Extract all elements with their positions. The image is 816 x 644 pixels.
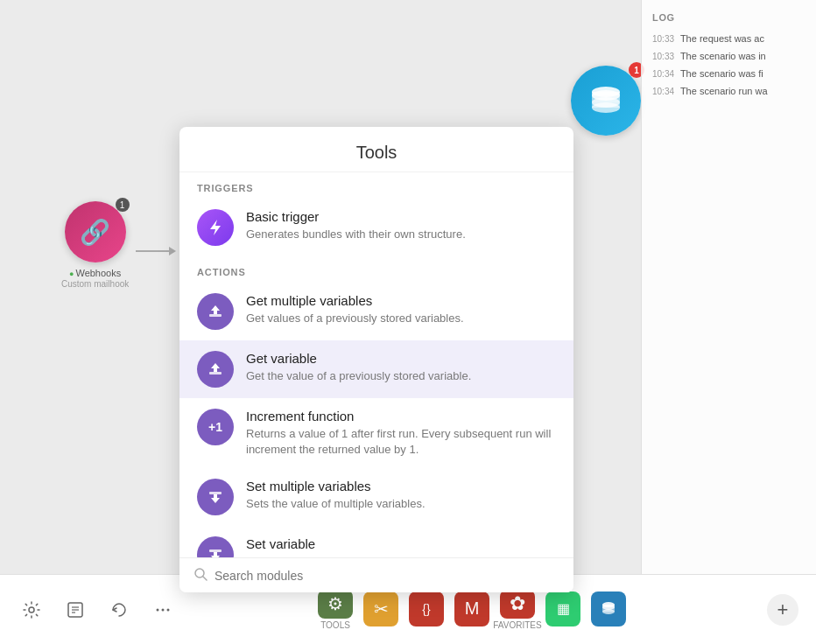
tools-modal: Tools TRIGGERS Basic trigger Generates b…	[179, 127, 573, 592]
svg-point-18	[29, 607, 34, 612]
db-circle: 1	[571, 66, 641, 136]
basic-trigger-icon	[197, 209, 234, 246]
integromat-app-img: {}	[409, 592, 444, 626]
log-text-1: The request was ac	[680, 33, 764, 44]
module-item-set-variable[interactable]: Set variable Sets the value of the varia…	[179, 526, 573, 557]
module-item-get-variable[interactable]: Get variable Get the value of a previous…	[179, 340, 573, 398]
download-multi-icon	[206, 487, 225, 507]
svg-point-6	[592, 102, 620, 113]
get-multiple-variables-desc: Get values of a previously stored variab…	[246, 311, 464, 326]
svg-line-17	[203, 577, 207, 580]
upload-icon	[206, 302, 225, 321]
search-icon	[193, 567, 208, 584]
actions-section-label: ACTIONS	[179, 256, 573, 283]
log-entry-2: 10:33 The scenario was in	[642, 47, 816, 65]
db-node[interactable]: 1	[571, 66, 641, 136]
lightning-icon	[206, 218, 225, 237]
webhook-icon: 🔗	[80, 218, 110, 247]
favorites-app-label: FAVORITES	[493, 620, 541, 630]
svg-point-23	[157, 608, 159, 611]
log-text-3: The scenario was fi	[680, 68, 763, 79]
log-text-4: The scenario run wa	[680, 86, 768, 96]
log-entry-1: 10:33 The request was ac	[642, 30, 816, 47]
svg-rect-12	[209, 492, 222, 494]
add-button[interactable]: +	[767, 594, 798, 626]
log-time-1: 10:33	[652, 34, 674, 44]
log-time-2: 10:33	[652, 52, 674, 61]
tools-app-label: TOOLS	[320, 620, 350, 630]
set-multiple-variables-desc: Sets the value of multiple variables.	[246, 496, 426, 512]
db-app-img	[591, 592, 626, 626]
download-single-icon	[206, 545, 225, 557]
more-icon[interactable]	[149, 596, 177, 624]
basic-trigger-desc: Generates bundles with their own structu…	[246, 227, 466, 242]
svg-point-30	[602, 609, 615, 614]
svg-rect-14	[209, 550, 222, 552]
log-entry-3: 10:34 The scenario was fi	[642, 65, 816, 82]
svg-marker-13	[211, 494, 220, 503]
set-variable-desc: Sets the value of the variable.	[246, 554, 396, 557]
log-panel-header: LOG	[642, 9, 816, 30]
search-bar	[179, 557, 573, 592]
get-multiple-variables-text: Get multiple variables Get values of a p…	[246, 293, 464, 326]
svg-marker-11	[211, 363, 220, 372]
basic-trigger-title: Basic trigger	[246, 209, 466, 224]
increment-function-title: Increment function	[246, 409, 556, 424]
svg-marker-7	[210, 220, 221, 235]
gmail-app-img: M	[454, 592, 489, 626]
module-item-set-multiple-variables[interactable]: Set multiple variables Sets the value of…	[179, 468, 573, 526]
webhook-circle: 1 🔗	[65, 201, 126, 262]
set-variable-text: Set variable Sets the value of the varia…	[246, 536, 396, 557]
increment-function-icon: +1	[197, 409, 234, 445]
get-multiple-variables-icon	[197, 293, 234, 330]
tools-app-img: ⚙	[318, 590, 353, 619]
get-multiple-variables-title: Get multiple variables	[246, 293, 464, 308]
webhook-label: ●Webhooks Custom mailhook	[61, 268, 129, 289]
get-variable-title: Get variable	[246, 351, 471, 366]
set-variable-title: Set variable	[246, 536, 396, 551]
app-icon-tools[interactable]: ⚙ TOOLS	[315, 590, 355, 630]
module-item-get-multiple-variables[interactable]: Get multiple variables Get values of a p…	[179, 283, 573, 340]
app-icon-favorites[interactable]: ✿ FAVORITES	[497, 590, 538, 630]
log-text-2: The scenario was in	[680, 51, 766, 61]
log-time-4: 10:34	[652, 87, 674, 96]
svg-point-25	[167, 608, 170, 611]
webhook-node[interactable]: 1 🔗 ●Webhooks Custom mailhook	[61, 201, 129, 289]
set-multiple-variables-icon	[197, 479, 234, 515]
get-variable-icon	[197, 351, 234, 388]
app-icon-sheets[interactable]: ▦	[543, 590, 583, 630]
app-icon-flowcontrol[interactable]: ✂	[361, 590, 401, 630]
routing-icon[interactable]	[105, 596, 133, 624]
notes-icon[interactable]	[61, 596, 89, 624]
settings-icon[interactable]	[18, 596, 46, 624]
bottom-left-icons	[18, 596, 177, 624]
log-entry-4: 10:34 The scenario run wa	[642, 82, 816, 100]
flowcontrol-app-img: ✂	[363, 592, 398, 626]
increment-function-text: Increment function Returns a value of 1 …	[246, 409, 556, 458]
svg-rect-8	[209, 314, 222, 317]
set-multiple-variables-text: Set multiple variables Sets the value of…	[246, 479, 426, 512]
get-variable-desc: Get the value of a previously stored var…	[246, 368, 471, 384]
increment-function-desc: Returns a value of 1 after first run. Ev…	[246, 426, 556, 458]
webhook-badge: 1	[116, 198, 130, 212]
svg-rect-10	[209, 372, 222, 374]
module-item-increment-function[interactable]: +1 Increment function Returns a value of…	[179, 398, 573, 468]
set-variable-icon	[197, 536, 234, 557]
triggers-section-label: TRIGGERS	[179, 172, 573, 199]
module-item-basic-trigger[interactable]: Basic trigger Generates bundles with the…	[179, 199, 573, 256]
upload-single-icon	[206, 360, 225, 379]
log-time-3: 10:34	[652, 69, 674, 79]
search-input[interactable]	[215, 569, 559, 583]
sheets-app-img: ▦	[545, 592, 580, 626]
favorites-app-img: ✿	[500, 590, 535, 619]
app-icon-db[interactable]	[588, 590, 629, 630]
get-variable-text: Get variable Get the value of a previous…	[246, 351, 471, 384]
app-icon-gmail[interactable]: M	[452, 590, 492, 630]
db-icon	[587, 81, 625, 120]
modal-title: Tools	[179, 127, 573, 172]
bottom-apps: ⚙ TOOLS ✂ {} M ✿ FAVORITES ▦	[315, 590, 629, 630]
basic-trigger-text: Basic trigger Generates bundles with the…	[246, 209, 466, 242]
node-connector	[136, 250, 171, 252]
svg-marker-15	[211, 552, 220, 557]
app-icon-integromat[interactable]: {}	[406, 590, 447, 630]
